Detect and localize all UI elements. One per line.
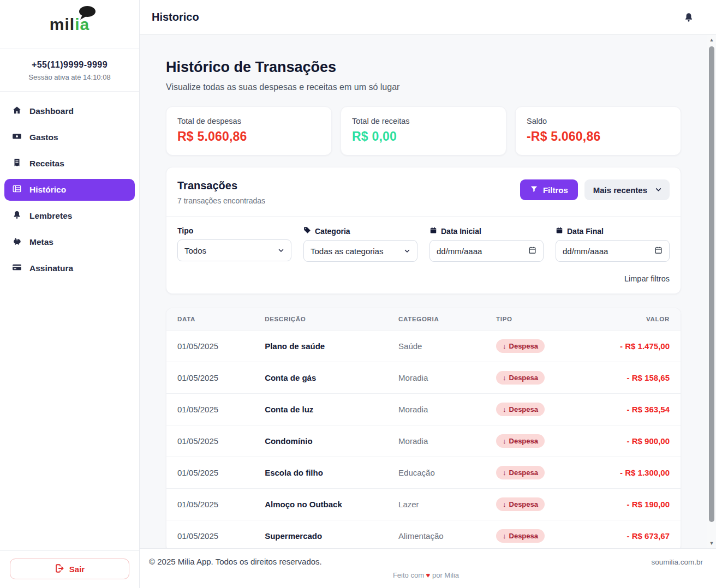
footer-site-link[interactable]: soumilia.com.br <box>651 558 703 566</box>
tipo-select[interactable]: Todos <box>177 239 291 261</box>
cell-category: Lazer <box>387 489 485 520</box>
sidebar-nav: Dashboard Gastos Receitas Histórico Lemb… <box>0 92 139 284</box>
calendar-picker-icon[interactable] <box>654 246 663 256</box>
main-area: Historico Histórico de Transações Visual… <box>140 0 716 588</box>
arrow-down-icon: ↓ <box>503 500 506 508</box>
phone-number: +55(11)9999-9999 <box>5 60 134 70</box>
col-header-tipo: TIPO <box>485 308 588 331</box>
bell-icon <box>12 210 22 222</box>
cell-value: - R$ 190,00 <box>588 489 681 520</box>
sort-select[interactable]: Mais recentes <box>584 179 670 200</box>
cell-date: 01/05/2025 <box>166 362 254 394</box>
arrow-down-icon: ↓ <box>503 532 506 540</box>
expense-badge: ↓Despesa <box>496 529 545 543</box>
data-final-value: dd/mm/aaaa <box>563 247 608 256</box>
transactions-table-card: DATA DESCRIÇÃO CATEGORIA TIPO VALOR 01/0… <box>166 308 681 548</box>
table-row[interactable]: 01/05/2025Almoço no OutbackLazer↓Despesa… <box>166 489 681 520</box>
notifications-bell-icon[interactable] <box>683 12 694 23</box>
cell-value: - R$ 1.475,00 <box>588 331 681 362</box>
sidebar-item-gastos[interactable]: Gastos <box>4 127 135 148</box>
sidebar-item-label: Lembretes <box>29 211 72 221</box>
cell-date: 01/05/2025 <box>166 489 254 520</box>
scroll-thumb[interactable] <box>709 46 714 522</box>
cell-type: ↓Despesa <box>485 362 588 394</box>
col-header-data: DATA <box>166 308 254 331</box>
chevron-down-icon <box>655 185 662 195</box>
credit-card-icon <box>12 262 22 274</box>
logo: milia <box>0 0 139 49</box>
sidebar-item-lembretes[interactable]: Lembretes <box>4 205 135 227</box>
chevron-down-icon <box>404 247 410 256</box>
sidebar-footer: Sair <box>0 550 139 588</box>
funnel-icon <box>530 185 538 195</box>
filter-data-final: Data Final dd/mm/aaaa <box>556 226 670 262</box>
filter-data-final-label: Data Final <box>556 226 670 236</box>
sidebar-item-label: Histórico <box>29 185 66 195</box>
table-row[interactable]: 01/05/2025Escola do filhoEducação↓Despes… <box>166 457 681 489</box>
session-expiry: Sessão ativa até 14:10:08 <box>5 73 134 81</box>
logout-label: Sair <box>69 565 85 574</box>
chevron-down-icon <box>278 246 284 255</box>
cell-type: ↓Despesa <box>485 425 588 457</box>
filters-button[interactable]: Filtros <box>520 179 578 200</box>
calendar-icon <box>556 226 563 236</box>
filter-categoria: Categoria Todas as categorias <box>303 226 417 262</box>
cell-category: Saúde <box>387 331 485 362</box>
table-row[interactable]: 01/05/2025Plano de saúdeSaúde↓Despesa- R… <box>166 331 681 362</box>
cell-category: Moradia <box>387 362 485 394</box>
card-total-despesas: Total de despesas R$ 5.060,86 <box>166 106 332 155</box>
arrow-down-icon: ↓ <box>503 374 506 382</box>
clear-filters-link[interactable]: Limpar filtros <box>624 274 670 283</box>
sidebar-item-label: Gastos <box>29 133 58 142</box>
cell-category: Educação <box>387 457 485 489</box>
sidebar-item-historico[interactable]: Histórico <box>4 179 135 201</box>
card-value: R$ 0,00 <box>352 129 495 144</box>
table-row[interactable]: 01/05/2025SupermercadoAlimentação↓Despes… <box>166 520 681 549</box>
filter-data-inicial: Data Inicial dd/mm/aaaa <box>429 226 544 262</box>
logout-button[interactable]: Sair <box>10 559 129 579</box>
table-row[interactable]: 01/05/2025CondomínioMoradia↓Despesa- R$ … <box>166 425 681 457</box>
footer: © 2025 Milia App. Todos os direitos rese… <box>140 548 716 588</box>
data-inicial-input[interactable]: dd/mm/aaaa <box>429 240 544 262</box>
tag-icon <box>303 226 311 236</box>
cell-description: Conta de luz <box>254 394 387 425</box>
filters-row: Tipo Todos Categoria Todas as categorias <box>166 217 681 265</box>
logout-icon <box>55 563 64 575</box>
cell-date: 01/05/2025 <box>166 331 254 362</box>
sidebar-item-assinatura[interactable]: Assinatura <box>4 257 135 279</box>
sidebar-item-dashboard[interactable]: Dashboard <box>4 100 135 122</box>
categoria-select[interactable]: Todas as categorias <box>303 240 417 262</box>
footer-made-with: Feito com ♥ por Milia <box>149 571 703 579</box>
filters-button-label: Filtros <box>543 185 568 195</box>
scroll-down-arrow[interactable]: ▼ <box>707 541 716 546</box>
data-final-input[interactable]: dd/mm/aaaa <box>556 240 670 262</box>
expense-badge: ↓Despesa <box>496 497 545 511</box>
cell-date: 01/05/2025 <box>166 425 254 457</box>
cell-value: - R$ 673,67 <box>588 520 681 549</box>
filter-categoria-label: Categoria <box>303 226 417 236</box>
expense-badge: ↓Despesa <box>496 371 545 385</box>
sidebar-item-receitas[interactable]: Receitas <box>4 153 135 175</box>
table-row[interactable]: 01/05/2025Conta de gásMoradia↓Despesa- R… <box>166 362 681 394</box>
cell-type: ↓Despesa <box>485 331 588 362</box>
table-row[interactable]: 01/05/2025Conta de luzMoradia↓Despesa- R… <box>166 394 681 425</box>
cell-category: Moradia <box>387 394 485 425</box>
scrollbar[interactable]: ▲ ▼ <box>707 35 716 548</box>
clear-filters-row: Limpar filtros <box>166 265 681 293</box>
arrow-down-icon: ↓ <box>503 405 506 413</box>
sort-select-value: Mais recentes <box>593 185 647 195</box>
footer-copyright: © 2025 Milia App. Todos os direitos rese… <box>149 557 322 566</box>
calendar-picker-icon[interactable] <box>528 246 536 256</box>
page-subtitle: Visualize todas as suas despesas e recei… <box>166 82 681 92</box>
cell-value: - R$ 900,00 <box>588 425 681 457</box>
scroll-up-arrow[interactable]: ▲ <box>707 37 716 43</box>
cell-value: - R$ 1.300,00 <box>588 457 681 489</box>
card-saldo: Saldo -R$ 5.060,86 <box>515 106 681 155</box>
sidebar-item-metas[interactable]: Metas <box>4 231 135 253</box>
cell-date: 01/05/2025 <box>166 520 254 549</box>
receipt-icon <box>12 158 22 170</box>
calendar-icon <box>429 226 437 236</box>
cell-type: ↓Despesa <box>485 489 588 520</box>
card-total-receitas: Total de receitas R$ 0,00 <box>341 106 506 155</box>
home-icon <box>12 105 22 117</box>
